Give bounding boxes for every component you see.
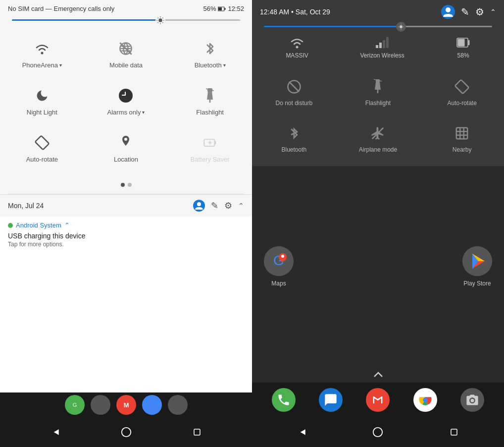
settings-icon[interactable]: ⚙ — [224, 200, 232, 211]
svg-point-32 — [197, 202, 201, 206]
settings-icon-right[interactable]: ⚙ — [475, 6, 484, 18]
dropdown-arrow-ao: ▾ — [142, 110, 145, 115]
dropdown-arrow-bt: ▾ — [223, 62, 226, 68]
app-icon-3[interactable]: M — [116, 395, 136, 415]
right-signal-item: Verizon Wireless — [360, 36, 404, 59]
right-separator: • — [291, 8, 294, 16]
svg-rect-25 — [35, 136, 49, 150]
svg-rect-21 — [122, 95, 126, 96]
dock-messages[interactable] — [319, 388, 343, 412]
status-right: 56% 12:52 — [203, 5, 244, 12]
right-brightness-slider[interactable] — [264, 26, 492, 27]
time-left: 12:52 — [228, 5, 244, 12]
dock-gmail[interactable] — [366, 388, 390, 412]
right-date: Sat, Oct 29 — [296, 8, 330, 16]
nearby-icon — [453, 124, 471, 142]
play-store-label: Play Store — [463, 280, 491, 287]
tile-bluetooth[interactable]: Bluetooth ▾ — [168, 31, 252, 78]
app-icon-5[interactable] — [168, 395, 188, 415]
svg-point-19 — [119, 89, 133, 103]
right-time-date: 12:48 AM • Sat, Oct 29 — [260, 8, 330, 16]
svg-marker-82 — [300, 429, 305, 435]
back-button[interactable] — [49, 425, 62, 439]
edit-icon-right[interactable]: ✎ — [461, 6, 469, 18]
app-icon-1[interactable]: G — [65, 395, 85, 415]
tile-bluetooth-label: Bluetooth ▾ — [195, 61, 226, 69]
svg-rect-51 — [376, 45, 378, 48]
svg-line-59 — [289, 82, 299, 92]
expand-icon[interactable]: ⌃ — [238, 202, 244, 210]
right-tile-nearby-label: Nearby — [453, 146, 472, 153]
app-icon-2[interactable] — [91, 395, 110, 415]
collapse-icon-right[interactable]: ⌃ — [490, 8, 496, 16]
tile-alarms-only[interactable]: Alarms only ▾ — [84, 78, 168, 125]
right-home-button[interactable] — [371, 425, 385, 439]
brightness-slider[interactable] — [12, 19, 240, 21]
account-icon[interactable] — [193, 200, 205, 212]
tile-flashlight[interactable]: Flashlight — [168, 78, 252, 125]
app-icon-4[interactable] — [142, 395, 162, 415]
mobile-data-icon — [117, 40, 135, 57]
tile-wifi[interactable]: PhoneArena ▾ — [0, 31, 84, 78]
right-tile-dnd-label: Do not disturb — [275, 100, 312, 107]
dot-inactive[interactable] — [128, 183, 132, 187]
tile-location[interactable]: Location — [84, 125, 168, 172]
recents-button[interactable] — [190, 425, 204, 439]
svg-rect-39 — [172, 399, 183, 410]
right-info-row: MASSIV Verizon Wireless 58% — [252, 33, 504, 65]
quick-tiles-grid: PhoneArena ▾ Mobile data — [0, 27, 252, 176]
svg-rect-2 — [218, 7, 222, 10]
tile-mobile-data[interactable]: Mobile data — [84, 31, 168, 78]
svg-rect-56 — [468, 40, 469, 45]
bluetooth-icon-right — [285, 124, 303, 142]
tile-auto-rotate[interactable]: Auto-rotate — [0, 125, 84, 172]
svg-rect-28 — [214, 141, 216, 145]
tile-flashlight-label: Flashlight — [196, 109, 224, 116]
flashlight-icon — [201, 87, 219, 105]
right-tile-bluetooth[interactable]: Bluetooth — [252, 115, 336, 162]
dnd-icon — [285, 78, 303, 96]
left-panel: No SIM card — Emergency calls only 56% 1… — [0, 0, 252, 447]
right-tile-airplane[interactable]: Airplane mode — [336, 115, 420, 162]
dock-camera[interactable] — [460, 388, 484, 412]
dot-active[interactable] — [121, 183, 125, 187]
right-back-button[interactable] — [295, 425, 309, 439]
svg-rect-57 — [457, 39, 464, 47]
dock-chrome[interactable] — [413, 388, 437, 412]
right-apps-section: G Maps Play Store — [252, 166, 504, 367]
right-chevron-row[interactable] — [252, 367, 504, 383]
right-brightness-thumb — [396, 22, 406, 32]
right-tile-autorotate[interactable]: Auto-rotate — [420, 69, 504, 115]
home-button[interactable] — [119, 425, 133, 439]
svg-marker-40 — [53, 429, 58, 435]
notif-expand[interactable]: ⌃ — [64, 222, 70, 229]
svg-point-73 — [281, 255, 284, 258]
svg-rect-65 — [456, 128, 468, 139]
right-tile-flashlight[interactable]: Flashlight — [336, 69, 420, 115]
app-maps[interactable]: G Maps — [264, 246, 294, 287]
page-dots — [0, 176, 252, 194]
tile-night-light[interactable]: Night Light — [0, 78, 84, 125]
right-tile-flashlight-label: Flashlight — [365, 100, 391, 107]
tile-battery-saver[interactable]: Battery Saver — [168, 125, 252, 172]
battery-saver-icon — [201, 134, 219, 152]
right-tile-dnd[interactable]: Do not disturb — [252, 69, 336, 115]
account-icon-right[interactable] — [441, 5, 455, 19]
right-recents-button[interactable] — [447, 425, 461, 439]
wifi-icon-right — [289, 36, 305, 49]
airplane-icon — [369, 124, 387, 142]
right-tile-nearby[interactable]: Nearby — [420, 115, 504, 162]
right-tile-bluetooth-label: Bluetooth — [281, 146, 306, 153]
svg-point-41 — [121, 428, 130, 437]
location-icon — [117, 134, 135, 152]
notif-subtitle: Tap for more options. — [8, 241, 244, 248]
right-battery-label: 58% — [457, 52, 469, 59]
app-play-store[interactable]: Play Store — [462, 246, 492, 287]
dock-phone[interactable] — [272, 388, 296, 412]
battery-icon-right — [456, 36, 470, 49]
battery-icon — [218, 6, 226, 11]
no-sim-text: No SIM card — Emergency calls only — [8, 5, 114, 12]
svg-point-44 — [446, 7, 451, 12]
signal-icon-right — [375, 36, 390, 49]
edit-icon[interactable]: ✎ — [211, 200, 218, 211]
